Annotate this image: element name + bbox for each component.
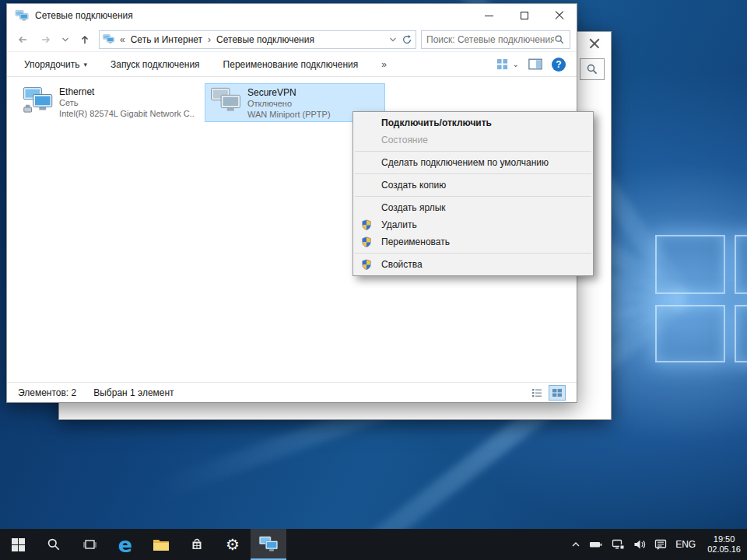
- breadcrumb-item-network-and-internet[interactable]: Сеть и Интернет: [131, 34, 202, 45]
- connection-status: Сеть: [59, 97, 194, 108]
- network-tray-icon[interactable]: [612, 539, 625, 550]
- rename-connection-button[interactable]: Переименование подключения: [223, 59, 359, 70]
- menu-separator: [355, 173, 591, 174]
- preview-pane-icon: [528, 58, 542, 70]
- network-connections-app-button[interactable]: [251, 529, 286, 560]
- start-connection-button[interactable]: Запуск подключения: [110, 59, 200, 70]
- menu-separator: [355, 151, 591, 152]
- address-dropdown-icon[interactable]: [389, 37, 397, 43]
- system-tray: ENG 19:50 02.05.16: [571, 534, 747, 555]
- chevron-down-icon: ▾: [83, 61, 87, 68]
- search-icon: [586, 63, 598, 75]
- clock[interactable]: 19:50 02.05.16: [704, 534, 741, 555]
- breadcrumb-item-network-connections[interactable]: Сетевые подключения: [216, 34, 314, 45]
- windows-logo-pane: [655, 235, 725, 294]
- recent-pages-button[interactable]: [60, 30, 71, 49]
- connection-status: Отключено: [247, 98, 331, 109]
- network-connections-icon: [258, 536, 279, 554]
- action-center-icon[interactable]: [654, 539, 667, 551]
- edge-button[interactable]: e: [107, 529, 143, 560]
- connection-device: WAN Miniport (PPTP): [247, 109, 331, 120]
- forward-button[interactable]: [37, 30, 55, 49]
- battery-icon[interactable]: [589, 539, 603, 550]
- uac-shield-icon: [361, 219, 372, 233]
- menu-item-rename[interactable]: Переименовать: [353, 233, 593, 250]
- status-bar: Элементов: 2 Выбран 1 элемент: [7, 382, 577, 402]
- search-button[interactable]: [580, 58, 605, 80]
- clock-time: 19:50: [707, 534, 741, 544]
- menu-item-connect-disconnect[interactable]: Подключить/отключить: [353, 114, 593, 131]
- desktop: Сетевые подключения: [0, 0, 747, 560]
- minimize-icon: [485, 16, 493, 16]
- breadcrumb-overflow[interactable]: «: [118, 34, 127, 45]
- up-arrow-icon: [79, 33, 91, 46]
- connection-ethernet[interactable]: Ethernet Сеть Intel(R) 82574L Gigabit Ne…: [18, 83, 198, 122]
- taskbar-search-button[interactable]: [36, 529, 72, 560]
- menu-item-create-shortcut[interactable]: Создать ярлык: [353, 199, 593, 216]
- clock-date: 02.05.16: [707, 544, 741, 555]
- uac-shield-icon: [361, 236, 372, 250]
- tiles-view-icon: [552, 388, 563, 397]
- task-view-button[interactable]: [72, 529, 107, 560]
- toolbar-overflow-button[interactable]: »: [381, 59, 387, 70]
- help-button[interactable]: ?: [552, 58, 566, 72]
- maximize-icon: [521, 12, 528, 19]
- network-connections-icon: [15, 10, 29, 22]
- menu-item-delete[interactable]: Удалить: [353, 216, 593, 233]
- refresh-icon[interactable]: [402, 34, 412, 45]
- back-button[interactable]: [13, 30, 32, 49]
- details-view-button[interactable]: [528, 385, 545, 401]
- minimize-button[interactable]: [472, 4, 507, 27]
- search-input[interactable]: [426, 34, 554, 45]
- breadcrumb-separator[interactable]: ›: [206, 34, 212, 45]
- preview-pane-button[interactable]: [528, 58, 542, 70]
- close-button[interactable]: [542, 4, 577, 27]
- connection-device: Intel(R) 82574L Gigabit Network C...: [59, 108, 194, 119]
- file-explorer-button[interactable]: [143, 529, 179, 560]
- up-button[interactable]: [75, 30, 94, 49]
- menu-item-set-default[interactable]: Сделать подключением по умолчанию: [353, 154, 593, 171]
- change-view-button[interactable]: ⌄: [496, 58, 519, 71]
- windows-logo-pane: [735, 235, 747, 294]
- tiles-view-button[interactable]: [549, 385, 566, 401]
- maximize-button[interactable]: [507, 4, 542, 27]
- start-button[interactable]: [0, 529, 36, 560]
- windows-logo-pane: [655, 305, 725, 362]
- chevron-down-icon: ⌄: [513, 60, 519, 68]
- ethernet-connection-icon: [23, 86, 53, 114]
- search-icon: [47, 537, 61, 551]
- menu-separator: [355, 253, 591, 254]
- menu-item-label: Удалить: [381, 219, 417, 230]
- folder-icon: [153, 537, 170, 551]
- navigation-bar: « Сеть и Интернет › Сетевые подключения: [7, 27, 577, 52]
- chevron-up-icon[interactable]: [571, 541, 580, 548]
- language-indicator[interactable]: ENG: [675, 539, 696, 550]
- windows-logo-icon: [12, 538, 25, 551]
- command-toolbar: Упорядочить ▾ Запуск подключения Переиме…: [7, 52, 577, 77]
- store-button[interactable]: [179, 529, 215, 560]
- close-icon[interactable]: [589, 38, 600, 49]
- store-icon: [190, 537, 204, 551]
- taskbar: e ⚙: [0, 529, 747, 560]
- settings-button[interactable]: ⚙: [215, 529, 251, 560]
- network-connections-icon: [103, 34, 114, 44]
- menu-item-create-copy[interactable]: Создать копию: [353, 177, 593, 194]
- volume-icon[interactable]: [633, 539, 646, 550]
- search-icon[interactable]: [554, 34, 565, 45]
- menu-item-label: Переименовать: [381, 236, 450, 247]
- context-menu: Подключить/отключить Состояние Сделать п…: [352, 111, 594, 276]
- titlebar[interactable]: Сетевые подключения: [7, 4, 577, 27]
- chevron-down-icon: [61, 37, 69, 43]
- menu-separator: [355, 196, 591, 197]
- items-count: Элементов: 2: [18, 387, 76, 398]
- vpn-connection-icon: [210, 87, 241, 115]
- connection-name: Ethernet: [59, 86, 194, 97]
- edge-icon: e: [118, 534, 132, 555]
- organize-label: Упорядочить: [24, 59, 79, 70]
- organize-button[interactable]: Упорядочить ▾: [24, 59, 87, 70]
- address-bar[interactable]: « Сеть и Интернет › Сетевые подключения: [99, 30, 416, 49]
- back-arrow-icon: [16, 33, 29, 46]
- forward-arrow-icon: [40, 33, 52, 46]
- search-box[interactable]: [421, 30, 570, 49]
- menu-item-properties[interactable]: Свойства: [353, 256, 593, 273]
